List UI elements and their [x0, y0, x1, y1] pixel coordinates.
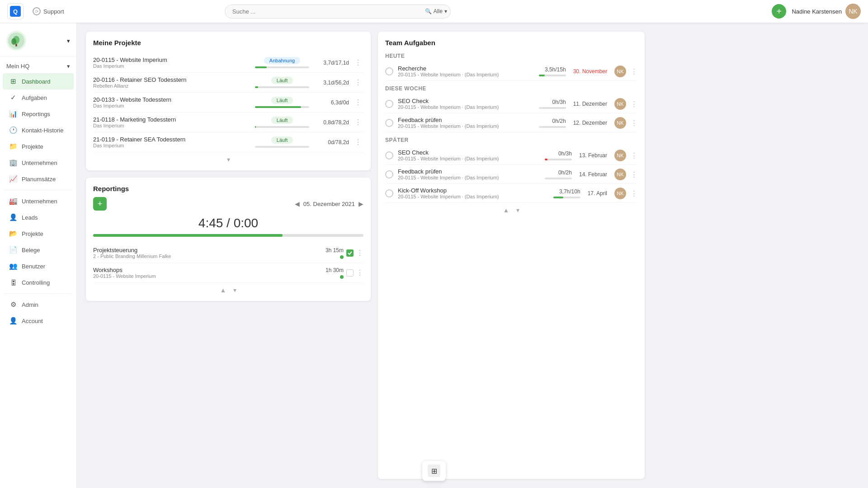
sidebar-item-kontakt-historie[interactable]: 🕐 Kontakt-Historie [3, 122, 74, 138]
sidebar-item-label: Kontakt-Historie [22, 127, 63, 134]
project-sub: Das Imperium [93, 123, 251, 128]
reporting-right: 3h 15m ⋮ [326, 247, 363, 259]
task-info: Kick-Off Workshop 20-0115 - Website Impe… [398, 187, 549, 199]
task-progress-bar [539, 107, 566, 109]
search-filter-label[interactable]: Alle [434, 8, 443, 14]
reportings-add-button[interactable]: + [93, 197, 107, 211]
task-date: 12. Dezember [573, 120, 607, 126]
sidebar-item-belege[interactable]: 📄 Belege [3, 242, 74, 258]
task-info: Feedback prüfen 20-0115 - Website Imperi… [398, 117, 534, 129]
task-menu-button[interactable]: ⋮ [631, 100, 637, 108]
project-status-wrap: Läuft [255, 117, 309, 128]
mein-hq-chevron-icon: ▾ [67, 63, 70, 70]
search-icon: 🔍 [425, 8, 432, 14]
topbar-support[interactable]: ⟳ Support [33, 7, 64, 15]
add-button[interactable]: + [772, 4, 786, 19]
sidebar-mein-hq[interactable]: Mein HQ ▾ [0, 59, 76, 73]
table-row: 21-0118 - Marketing Todesstern Das Imper… [93, 113, 363, 132]
table-row: Feedback prüfen 20-0115 - Website Imperi… [385, 113, 637, 132]
reporting-sub: 20-0115 - Website Imperium [93, 273, 322, 279]
sidebar-item-planumsatze[interactable]: 📈 Planumsätze [3, 171, 74, 187]
reporting-info: Projektsteuerung 2 - Public Branding Mil… [93, 247, 322, 259]
sidebar-item-label: Account [22, 318, 43, 324]
task-checkbox[interactable] [385, 170, 393, 178]
projects-expand-button[interactable]: ▾ [227, 156, 230, 163]
sidebar-item-account[interactable]: 👤 Account [3, 313, 74, 329]
project-menu-button[interactable]: ⋮ [353, 77, 363, 88]
project-time: 3,1d/56,2d [313, 80, 349, 86]
table-row: 20-0133 - Website Todesstern Das Imperiu… [93, 93, 363, 113]
reporting-menu-button[interactable]: ⋮ [356, 268, 363, 277]
date-prev-button[interactable]: ◀ [295, 200, 300, 207]
sidebar-item-leads[interactable]: 👤 Leads [3, 209, 74, 225]
task-checkbox[interactable] [385, 151, 393, 160]
project-info: 21-0119 - Retainer SEA Todesstern Das Im… [93, 136, 251, 148]
task-menu-button[interactable]: ⋮ [631, 170, 637, 178]
task-checkbox[interactable] [385, 189, 393, 197]
sidebar-dropdown-icon[interactable]: ▾ [67, 38, 70, 44]
project-menu-button[interactable]: ⋮ [353, 97, 363, 108]
sidebar-item-projekte[interactable]: 📂 Projekte [3, 225, 74, 242]
reporting-right: 1h 30m ⋮ [326, 267, 363, 279]
task-checkbox[interactable] [385, 67, 393, 75]
task-checkbox[interactable] [385, 119, 393, 127]
task-menu-button[interactable]: ⋮ [631, 67, 637, 75]
section-label-spater: Später [385, 137, 637, 143]
task-progress-bar [553, 197, 580, 198]
sidebar-item-admin[interactable]: ⚙ Admin [3, 296, 74, 313]
task-time-area: 0h/2h [545, 169, 572, 179]
reportings-header: + ◀ 05. Dezember 2021 ▶ [93, 197, 363, 211]
task-menu-button[interactable]: ⋮ [631, 189, 637, 197]
bottom-widget[interactable]: ⊞ [422, 461, 446, 481]
date-next-button[interactable]: ▶ [359, 200, 363, 207]
main-left: Meine Projekte 20-0115 - Website Imperiu… [86, 32, 371, 479]
reportings-collapse-button[interactable]: ▲ [220, 286, 226, 294]
topbar-user[interactable]: Nadine Karstensen NK [792, 4, 861, 19]
reportings-expand-button[interactable]: ▾ [233, 286, 236, 294]
task-date: 14. Februar [579, 171, 607, 178]
controlling-icon: 🎛 [9, 278, 17, 286]
task-sub: 20-0115 - Website Imperium · (Das Imperi… [398, 156, 540, 161]
svg-text:Q: Q [13, 8, 18, 15]
task-date: 30. November [573, 68, 607, 75]
team-tasks-expand-button[interactable]: ▾ [516, 206, 519, 214]
search-input[interactable] [225, 5, 451, 19]
sidebar-item-controlling[interactable]: 🎛 Controlling [3, 274, 74, 291]
project-progress-bar [255, 106, 309, 108]
table-row: 20-0115 - Website Imperium Das Imperium … [93, 53, 363, 73]
status-badge: Läuft [271, 97, 293, 104]
table-row: SEO Check 20-0115 - Website Imperium · (… [385, 146, 637, 165]
task-menu-button[interactable]: ⋮ [631, 151, 637, 160]
sidebar-item-aufgaben[interactable]: ✓ Aufgaben [3, 89, 74, 106]
task-sub: 20-0115 - Website Imperium · (Das Imperi… [398, 72, 534, 77]
team-tasks-collapse-button[interactable]: ▲ [503, 206, 509, 214]
task-checkbox[interactable] [385, 100, 393, 108]
avatar: NK [614, 150, 626, 161]
task-menu-button[interactable]: ⋮ [631, 119, 637, 127]
sidebar-item-label: Benutzer [22, 263, 45, 270]
search-filter-chevron-icon[interactable]: ▾ [444, 8, 447, 14]
task-date: 11. Dezember [573, 101, 607, 107]
avatar: NK [614, 117, 626, 129]
sidebar-item-dashboard[interactable]: ⊞ Dashboard [3, 73, 74, 89]
date-nav: ◀ 05. Dezember 2021 ▶ [295, 200, 363, 207]
sidebar-item-reportings[interactable]: 📊 Reportings [3, 106, 74, 122]
reporting-menu-button[interactable]: ⋮ [356, 249, 363, 257]
sidebar-item-unternehmen[interactable]: 🏭 Unternehmen [3, 193, 74, 209]
reporting-checkbox-empty[interactable] [346, 269, 354, 277]
project-menu-button[interactable]: ⋮ [353, 117, 363, 127]
project-info: 20-0116 - Retainer SEO Todesstern Rebell… [93, 76, 251, 89]
task-time-area: 0h/2h [539, 118, 566, 128]
reporting-checkbox[interactable] [346, 249, 354, 257]
sidebar-item-projekte-top[interactable]: 📁 Projekte [3, 138, 74, 155]
project-menu-button[interactable]: ⋮ [353, 137, 363, 147]
team-tasks-title: Team Aufgaben [385, 39, 637, 47]
account-icon: 👤 [9, 317, 17, 325]
project-sub: Das Imperium [93, 103, 251, 108]
task-name: Kick-Off Workshop [398, 187, 549, 194]
table-row: Kick-Off Workshop 20-0115 - Website Impe… [385, 184, 637, 203]
sidebar-item-unternehmen-top[interactable]: 🏢 Unternehmen [3, 155, 74, 171]
project-menu-button[interactable]: ⋮ [353, 57, 363, 68]
sidebar-item-benutzer[interactable]: 👥 Benutzer [3, 258, 74, 274]
sidebar-logo-area: ▾ [0, 27, 76, 56]
